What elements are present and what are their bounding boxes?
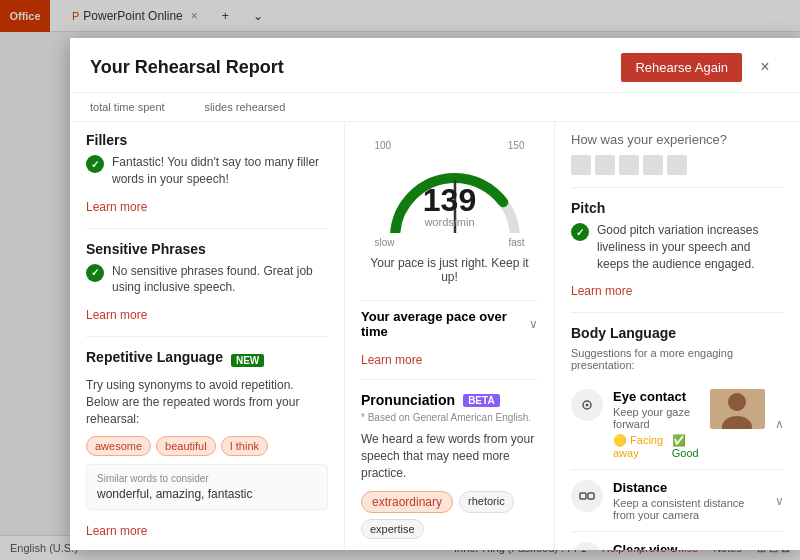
fillers-section: Fillers Fantastic! You didn't say too ma… xyxy=(86,132,328,214)
good-dot: ✅ xyxy=(672,434,686,446)
pron-header: Pronunciation BETA xyxy=(361,392,538,408)
left-column: Fillers Fantastic! You didn't say too ma… xyxy=(70,122,345,550)
sensitive-learn-more[interactable]: Learn more xyxy=(86,308,147,322)
star-5[interactable] xyxy=(667,155,687,175)
panel-body: Fillers Fantastic! You didn't say too ma… xyxy=(70,122,800,550)
stat-total-time: total time spent xyxy=(90,101,165,113)
divider-5 xyxy=(571,312,784,313)
avg-pace-chevron: ∨ xyxy=(529,317,538,331)
clear-view-title: Clear view xyxy=(613,542,765,550)
rehearse-again-button[interactable]: Rehearse Again xyxy=(621,53,742,82)
new-badge: NEW xyxy=(231,354,264,367)
similar-label: Similar words to consider xyxy=(97,473,317,484)
sensitive-check-icon xyxy=(86,264,104,282)
divider-1 xyxy=(86,228,328,229)
gauge-value: 139 words/min xyxy=(423,184,476,228)
good-status: ✅ Good xyxy=(672,434,700,459)
stat-slides-label: slides rehearsed xyxy=(205,101,286,113)
star-4[interactable] xyxy=(643,155,663,175)
fillers-message: Fantastic! You didn't say too many fille… xyxy=(112,154,328,188)
divider-3 xyxy=(361,379,538,380)
beta-badge: BETA xyxy=(463,394,499,407)
slow-label: slow xyxy=(375,237,395,248)
repetitive-description: Try using synonyms to avoid repetition. … xyxy=(86,377,328,427)
distance-title: Distance xyxy=(613,480,765,495)
eye-contact-thumb xyxy=(710,389,765,429)
pron-tags: extraordinary rhetoric expertise xyxy=(361,491,538,539)
stats-row: total time spent slides rehearsed xyxy=(70,93,800,122)
panel-header: Your Rehearsal Report Rehearse Again × xyxy=(70,38,800,93)
distance-icon xyxy=(571,480,603,512)
repetitive-section: Repetitive Language NEW Try using synony… xyxy=(86,349,328,537)
word-tag-2: I think xyxy=(221,436,268,456)
body-language-title: Body Language xyxy=(571,325,784,341)
star-3[interactable] xyxy=(619,155,639,175)
pron-title: Pronunciation xyxy=(361,392,455,408)
gauge-max: 150 xyxy=(508,140,525,151)
repetitive-learn-more[interactable]: Learn more xyxy=(86,524,147,538)
eye-contact-item: Eye contact Keep your gaze forward 🟡 Fac… xyxy=(571,379,784,470)
pron-tag-2: expertise xyxy=(361,519,424,539)
rating-stars xyxy=(571,155,784,175)
pron-tag-1: rhetoric xyxy=(459,491,514,513)
eye-contact-title: Eye contact xyxy=(613,389,700,404)
body-language-section: Body Language Suggestions for a more eng… xyxy=(571,325,784,550)
pace-description: Your pace is just right. Keep it up! xyxy=(361,256,538,284)
clear-view-icon xyxy=(571,542,603,550)
fillers-learn-more[interactable]: Learn more xyxy=(86,200,147,214)
eye-contact-desc: Keep your gaze forward xyxy=(613,406,700,430)
star-2[interactable] xyxy=(595,155,615,175)
gauge-wrap: 139 words/min xyxy=(380,153,520,233)
sensitive-message: No sensitive phrases found. Great job us… xyxy=(112,263,328,297)
sensitive-phrases-title: Sensitive Phrases xyxy=(86,241,328,257)
avg-pace-section[interactable]: Your average pace over time ∨ xyxy=(361,300,538,347)
experience-section: How was your experience? xyxy=(571,132,784,175)
clear-view-content: Clear view Keep the view of your face cl… xyxy=(613,542,765,550)
warning-dot: 🟡 xyxy=(613,434,627,446)
avg-pace-title: Your average pace over time xyxy=(361,309,529,339)
stat-slides: slides rehearsed xyxy=(205,101,286,113)
sensitive-check-row: No sensitive phrases found. Great job us… xyxy=(86,263,328,297)
fillers-title: Fillers xyxy=(86,132,328,148)
distance-content: Distance Keep a consistent distance from… xyxy=(613,480,765,521)
sensitive-phrases-section: Sensitive Phrases No sensitive phrases f… xyxy=(86,241,328,323)
svg-rect-10 xyxy=(580,493,586,499)
svg-rect-11 xyxy=(588,493,594,499)
pitch-learn-more[interactable]: Learn more xyxy=(571,284,632,298)
divider-4 xyxy=(571,187,784,188)
gauge-unit: words/min xyxy=(423,216,476,228)
eye-contact-icon xyxy=(571,389,603,421)
panel-title: Your Rehearsal Report xyxy=(90,57,621,78)
svg-point-8 xyxy=(728,393,746,411)
pitch-section: Pitch Good pitch variation increases liv… xyxy=(571,200,784,298)
middle-column: 100 150 139 wor xyxy=(345,122,555,550)
similar-words-box: Similar words to consider wonderful, ama… xyxy=(86,464,328,510)
word-tag-1: beautiful xyxy=(156,436,216,456)
distance-chevron[interactable]: ∨ xyxy=(775,494,784,508)
body-language-subtitle: Suggestions for a more engaging presenta… xyxy=(571,347,784,371)
eye-contact-status: 🟡 Facing away ✅ Good xyxy=(613,434,700,459)
close-panel-button[interactable]: × xyxy=(750,52,780,82)
fillers-check-icon xyxy=(86,155,104,173)
right-column: How was your experience? Pitch Good pitc… xyxy=(555,122,800,550)
eye-contact-chevron[interactable]: ∧ xyxy=(775,417,784,431)
pronunciation-section: Pronunciation BETA * Based on General Am… xyxy=(361,392,538,550)
distance-item: Distance Keep a consistent distance from… xyxy=(571,470,784,532)
similar-words: wonderful, amazing, fantastic xyxy=(97,487,317,501)
star-1[interactable] xyxy=(571,155,591,175)
divider-2 xyxy=(86,336,328,337)
pitch-check-row: Good pitch variation increases livelines… xyxy=(571,222,784,272)
word-tag-0: awesome xyxy=(86,436,151,456)
distance-desc: Keep a consistent distance from your cam… xyxy=(613,497,765,521)
stat-total-label: total time spent xyxy=(90,101,165,113)
pitch-check-icon xyxy=(571,223,589,241)
pitch-message: Good pitch variation increases livelines… xyxy=(597,222,784,272)
pitch-title: Pitch xyxy=(571,200,784,216)
facing-away-status: 🟡 Facing away xyxy=(613,434,664,459)
pron-note: * Based on General American English. xyxy=(361,412,538,423)
report-panel: Your Rehearsal Report Rehearse Again × t… xyxy=(70,38,800,550)
pace-learn-more[interactable]: Learn more xyxy=(361,353,422,367)
clear-view-item: Clear view Keep the view of your face cl… xyxy=(571,532,784,550)
svg-point-6 xyxy=(586,404,589,407)
pron-desc: We heard a few words from your speech th… xyxy=(361,431,538,481)
